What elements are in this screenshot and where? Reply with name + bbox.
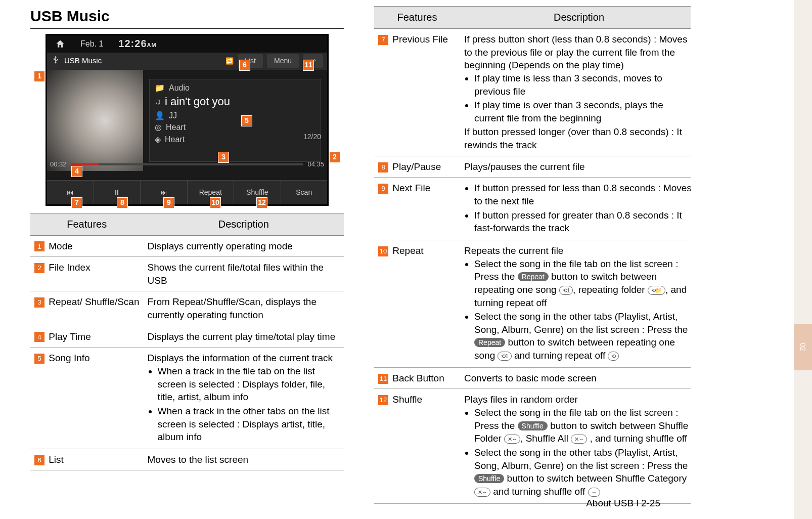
repeat-button-label: Repeat (474, 338, 505, 347)
usb-icon (51, 55, 60, 67)
device-screenshot: Feb. 1 12:26AM USB Music 🔁 List Menu ↩ 📁… (46, 34, 329, 206)
callout-9: 9 (163, 197, 174, 208)
genre-icon: ◈ (155, 134, 161, 145)
table-row: 3 Repeat/ Shuffle/ScanFrom Repeat/Shuffl… (30, 291, 344, 326)
section-title: USB Music (30, 6, 344, 29)
album-icon: ◎ (155, 122, 162, 133)
table-row: 8 Play/PausePlays/pauses the current fil… (374, 156, 698, 178)
album-art (47, 70, 143, 171)
callout-2: 2 (329, 152, 340, 163)
shuffle-folder-icon: ✕↔ (504, 435, 520, 444)
callout-3: 3 (218, 152, 229, 163)
song-info-box: 📁Audio ♫i ain't got you 👤JJ ◎Heart ◈Hear… (149, 79, 321, 162)
shuffle-category-icon: ✕↔ (474, 488, 490, 497)
callout-12: 12 (256, 197, 267, 208)
repeat-button-label: Repeat (518, 272, 549, 281)
repeat-folder-icon: ⟲📁 (648, 286, 665, 295)
info-artist: JJ (169, 110, 177, 121)
table-row: 10 Repeat Repeats the current file Selec… (374, 240, 698, 367)
col-description: Description (460, 7, 698, 29)
callout-6: 6 (239, 60, 250, 71)
col-features: Features (374, 7, 460, 29)
repeat-one-icon: ⟲1 (559, 286, 573, 295)
time-total: 04:35 (307, 160, 324, 169)
shuffle-all-icon: ✕↔ (571, 435, 587, 444)
time-elapsed: 00:32 (50, 160, 67, 169)
table-row: 11 Back ButtonConverts to basic mode scr… (374, 367, 698, 389)
mode-indicator-icon: 🔁 (225, 57, 234, 66)
callout-8: 8 (117, 197, 128, 208)
progress-bar[interactable] (71, 163, 304, 165)
status-date: Feb. 1 (80, 38, 103, 50)
table-row: 4 Play TimeDisplays the current play tim… (30, 326, 344, 348)
table-row: 2 File IndexShows the current file/total… (30, 257, 344, 291)
artist-icon: 👤 (155, 110, 165, 121)
chapter-tabs: 02 (691, 0, 812, 519)
folder-icon: 📁 (155, 82, 165, 94)
callout-1: 1 (34, 71, 45, 82)
callout-7: 7 (71, 197, 82, 208)
info-genre: Heart (165, 134, 185, 145)
table-row: 1 ModeDisplays currently operating mode (30, 235, 344, 257)
status-clock: 12:26AM (118, 37, 156, 51)
repeat-off-icon: ⟲ (608, 352, 619, 361)
shuffle-button-label: Shuffle (518, 421, 548, 430)
scan-button[interactable]: Scan (281, 181, 328, 204)
table-row: 9 Next File If button pressed for less t… (374, 178, 698, 240)
table-row: 5 Song Info Displays the information of … (30, 348, 344, 449)
callout-10: 10 (210, 197, 221, 208)
active-chapter-tab[interactable]: 02 (794, 324, 812, 370)
info-title: i ain't got you (165, 94, 230, 109)
info-album: Heart (166, 122, 186, 133)
callout-11: 11 (303, 60, 314, 71)
callout-4: 4 (71, 166, 82, 177)
table-row: 6 ListMoves to the list screen (30, 449, 344, 470)
mode-label: USB Music (64, 56, 221, 66)
features-table-right: Features Description 7 Previous File If … (374, 6, 698, 504)
prev-button[interactable]: ⏮ (47, 181, 94, 204)
col-features: Features (30, 213, 144, 235)
menu-button[interactable]: Menu (267, 54, 299, 68)
shuffle-off-icon: ↔ (588, 488, 600, 497)
col-description: Description (144, 213, 344, 235)
note-icon: ♫ (155, 96, 161, 107)
page-footer: About USB l 2-25 (586, 497, 660, 510)
table-row: 12 Shuffle Plays files in random order S… (374, 389, 698, 503)
home-icon[interactable] (55, 39, 65, 49)
callout-5: 5 (241, 115, 252, 126)
features-table-left: Features Description 1 ModeDisplays curr… (30, 213, 344, 471)
info-folder: Audio (169, 82, 190, 94)
file-index: 12/20 (303, 132, 321, 142)
repeat-one-icon: ⟲1 (498, 352, 511, 361)
table-row: 7 Previous File If press button short (l… (374, 29, 698, 156)
shuffle-button-label: Shuffle (474, 474, 504, 483)
